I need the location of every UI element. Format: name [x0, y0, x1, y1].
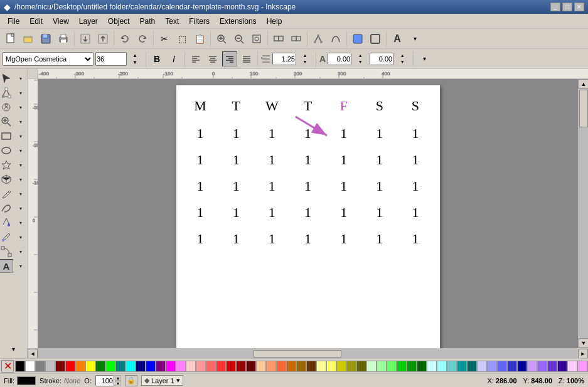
- palette-color-9[interactable]: [105, 361, 115, 372]
- palette-color-25[interactable]: [266, 361, 276, 372]
- palette-color-34[interactable]: [356, 361, 366, 372]
- word-spacing-input[interactable]: [370, 53, 393, 65]
- node-tool-sub[interactable]: ▾: [14, 86, 28, 100]
- menu-layer[interactable]: Layer: [74, 16, 103, 27]
- palette-color-27[interactable]: [286, 361, 296, 372]
- no-fill-button[interactable]: ✕: [1, 360, 14, 373]
- canvas-scroll[interactable]: M T W T F S S 1 1 1 1 1: [38, 79, 578, 348]
- palette-color-26[interactable]: [276, 361, 286, 372]
- menu-view[interactable]: View: [48, 16, 74, 27]
- save-button[interactable]: [38, 31, 54, 47]
- open-button[interactable]: [20, 31, 36, 47]
- scroll-right-button[interactable]: ►: [578, 349, 588, 359]
- palette-color-4[interactable]: [55, 361, 65, 372]
- zoom-tool[interactable]: [0, 115, 13, 129]
- palette-color-12[interactable]: [136, 361, 146, 372]
- opacity-input[interactable]: [95, 375, 114, 386]
- dropper-tool-sub[interactable]: ▾: [14, 230, 28, 244]
- align-right-button[interactable]: [222, 51, 237, 66]
- scroll-track-h[interactable]: [38, 349, 578, 358]
- line-spacing-down[interactable]: ▼: [297, 59, 313, 65]
- palette-color-0[interactable]: [15, 361, 25, 372]
- rect-tool-sub[interactable]: ▾: [14, 129, 28, 143]
- letter-spacing-input[interactable]: [328, 53, 351, 65]
- layer-selector[interactable]: ◆ Layer 1 ▾: [141, 375, 183, 386]
- menu-help[interactable]: Help: [262, 16, 287, 27]
- connector-tool[interactable]: [0, 245, 13, 258]
- palette-color-14[interactable]: [156, 361, 166, 372]
- palette-color-55[interactable]: [567, 361, 577, 372]
- align-justify-button[interactable]: [239, 51, 254, 66]
- undo-button[interactable]: [117, 31, 133, 47]
- palette-color-28[interactable]: [296, 361, 306, 372]
- paint-bucket-sub[interactable]: ▾: [14, 216, 28, 230]
- palette-color-44[interactable]: [457, 361, 467, 372]
- line-spacing-up[interactable]: ▲: [297, 53, 313, 59]
- palette-color-6[interactable]: [75, 361, 85, 372]
- letter-spacing-up[interactable]: ▲: [353, 53, 368, 59]
- palette-color-30[interactable]: [316, 361, 326, 372]
- bold-button[interactable]: B: [149, 51, 164, 66]
- menu-text[interactable]: Text: [160, 16, 184, 27]
- menu-filters[interactable]: Filters: [184, 16, 215, 27]
- font-size-down[interactable]: ▼: [127, 59, 142, 66]
- palette-color-40[interactable]: [417, 361, 427, 372]
- palette-color-23[interactable]: [246, 361, 256, 372]
- fill-color-swatch[interactable]: [17, 376, 36, 385]
- palette-color-29[interactable]: [306, 361, 316, 372]
- italic-button[interactable]: I: [166, 51, 181, 66]
- palette-color-2[interactable]: [35, 361, 45, 372]
- pencil-tool[interactable]: [0, 187, 13, 201]
- ungroup-button[interactable]: [288, 31, 304, 47]
- palette-color-35[interactable]: [366, 361, 377, 372]
- palette-color-43[interactable]: [447, 361, 457, 372]
- word-spacing-down[interactable]: ▼: [395, 59, 410, 65]
- selector-tool[interactable]: [0, 72, 13, 85]
- palette-color-47[interactable]: [487, 361, 497, 372]
- pencil-tool-sub[interactable]: ▾: [14, 187, 28, 201]
- scroll-down-button[interactable]: ▼: [579, 338, 588, 348]
- lock-icon[interactable]: 🔒: [125, 375, 137, 386]
- connector-tool-sub[interactable]: ▾: [14, 245, 28, 258]
- palette-color-21[interactable]: [226, 361, 236, 372]
- 3d-box-tool[interactable]: [0, 172, 13, 186]
- align-center-button[interactable]: [205, 51, 220, 66]
- node-editor-button[interactable]: [310, 31, 326, 47]
- text-tool-sub[interactable]: ▾: [14, 259, 28, 273]
- align-left-button[interactable]: [188, 51, 203, 66]
- 3d-box-sub[interactable]: ▾: [14, 172, 28, 186]
- group-button[interactable]: [270, 31, 287, 47]
- palette-color-41[interactable]: [427, 361, 437, 372]
- palette-color-19[interactable]: [206, 361, 216, 372]
- menu-object[interactable]: Object: [103, 16, 135, 27]
- palette-color-54[interactable]: [557, 361, 567, 372]
- fill-dialog-button[interactable]: [350, 31, 366, 47]
- calligraphy-tool[interactable]: [0, 201, 13, 215]
- scroll-up-button[interactable]: ▲: [579, 79, 588, 89]
- bezier-tool-button[interactable]: [328, 31, 344, 47]
- palette-color-10[interactable]: [115, 361, 126, 372]
- close-button[interactable]: ✕: [574, 3, 584, 11]
- palette-color-56[interactable]: [577, 361, 587, 372]
- copy-button[interactable]: ⬚: [174, 31, 190, 47]
- palette-color-39[interactable]: [407, 361, 417, 372]
- palette-color-32[interactable]: [336, 361, 346, 372]
- palette-color-42[interactable]: [437, 361, 447, 372]
- palette-color-22[interactable]: [236, 361, 246, 372]
- more-text-options[interactable]: ▾: [417, 51, 432, 66]
- palette-color-15[interactable]: [166, 361, 176, 372]
- more-tools-button[interactable]: ▾: [407, 31, 423, 47]
- scrollbar-vertical[interactable]: ▲ ▼: [578, 79, 588, 348]
- cut-button[interactable]: ✂: [156, 31, 173, 47]
- font-size-input[interactable]: 36: [95, 52, 127, 66]
- menu-path[interactable]: Path: [135, 16, 161, 27]
- palette-color-16[interactable]: [176, 361, 186, 372]
- export-button[interactable]: [95, 31, 111, 47]
- palette-color-13[interactable]: [146, 361, 156, 372]
- palette-color-11[interactable]: [126, 361, 136, 372]
- palette-color-33[interactable]: [346, 361, 356, 372]
- text-tool[interactable]: A: [0, 259, 13, 273]
- palette-color-38[interactable]: [397, 361, 407, 372]
- palette-color-17[interactable]: [186, 361, 196, 372]
- star-tool-sub[interactable]: ▾: [14, 158, 28, 172]
